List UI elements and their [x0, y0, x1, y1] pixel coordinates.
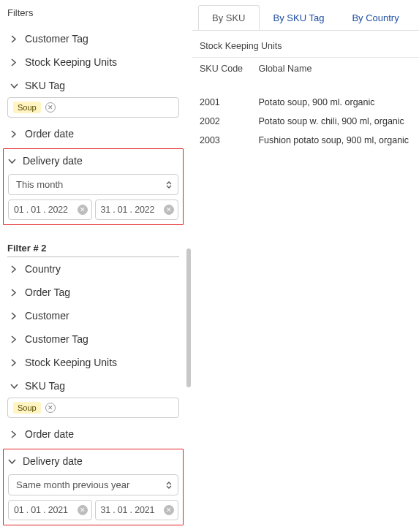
filter-customer-tag-2[interactable]: Customer Tag — [7, 327, 179, 351]
tab-by-sku[interactable]: By SKU — [198, 5, 260, 31]
delivery-date-highlight-2: Delivery date Same month previous year 0… — [3, 449, 184, 525]
filters-title: Filters — [7, 7, 179, 18]
sku-tag-input-2[interactable]: Soup ✕ — [7, 398, 179, 418]
date-from-input-2[interactable]: 01 . 01 . 2021 ✕ — [8, 500, 92, 520]
chevron-down-icon — [10, 383, 20, 390]
filter-country[interactable]: Country — [7, 257, 179, 281]
table-row[interactable]: 2001 Potato soup, 900 ml. organic — [192, 93, 419, 112]
filter-label: Delivery date — [23, 455, 83, 467]
tabs-bar: By SKU By SKU Tag By Country By — [192, 4, 419, 31]
tag-chip-soup[interactable]: Soup — [13, 102, 41, 113]
tab-by-country[interactable]: By Country — [338, 5, 412, 31]
chevron-right-icon — [10, 430, 20, 438]
scroll-thumb[interactable] — [186, 248, 191, 387]
cell-name: Potato soup w. chili, 900 ml, organic — [251, 112, 419, 131]
filters-sidebar: Filters Customer Tag Stock Keeping Units… — [0, 0, 186, 532]
filter-label: Stock Keeping Units — [25, 56, 117, 68]
date-range-pair-2: 01 . 01 . 2021 ✕ 31 . 01 . 2021 ✕ — [8, 500, 178, 520]
chevron-right-icon — [10, 289, 20, 297]
date-value: 31 . 01 . 2022 — [101, 205, 155, 215]
chevron-down-icon — [8, 158, 18, 164]
filter-section-2-header: Filter # 2 — [7, 243, 179, 257]
date-to-input[interactable]: 31 . 01 . 2022 ✕ — [95, 200, 179, 220]
filter-label: Customer Tag — [25, 33, 88, 45]
filter-delivery-date[interactable]: Delivery date — [8, 149, 178, 172]
sidebar-scrollbar[interactable] — [186, 0, 192, 532]
chevron-down-icon — [10, 83, 20, 89]
delivery-preset-select[interactable]: This month — [8, 174, 178, 195]
filter-order-tag[interactable]: Order Tag — [7, 281, 179, 304]
table-header-row: SKU Code Global Name — [192, 58, 419, 94]
filter-label: Customer — [25, 310, 69, 322]
date-to-input-2[interactable]: 31 . 01 . 2021 ✕ — [95, 500, 179, 520]
filter-label: Customer Tag — [25, 333, 88, 345]
delivery-date-highlight: Delivery date This month 01 . 01 . 2022 … — [3, 148, 184, 225]
cell-name: Potato soup, 900 ml. organic — [251, 93, 419, 112]
filter-sku[interactable]: Stock Keeping Units — [7, 50, 179, 74]
chevron-right-icon — [10, 35, 20, 43]
select-caret-icon — [166, 181, 172, 189]
table-title: Stock Keeping Units — [192, 31, 419, 57]
date-range-pair: 01 . 01 . 2022 ✕ 31 . 01 . 2022 ✕ — [8, 200, 178, 220]
col-sku-code[interactable]: SKU Code — [192, 58, 251, 94]
date-value: 01 . 01 . 2021 — [14, 505, 68, 515]
main-panel: By SKU By SKU Tag By Country By Stock Ke… — [192, 0, 419, 532]
chevron-right-icon — [10, 359, 20, 367]
select-value: This month — [16, 179, 63, 190]
filter-delivery-date-2[interactable]: Delivery date — [8, 449, 178, 473]
filter-label: Order date — [25, 128, 74, 140]
date-value: 01 . 01 . 2022 — [14, 205, 68, 215]
cell-code: 2003 — [192, 131, 251, 150]
clear-icon[interactable]: ✕ — [45, 102, 56, 113]
filter-customer-tag[interactable]: Customer Tag — [7, 27, 179, 50]
clear-icon[interactable]: ✕ — [45, 403, 56, 413]
cell-code: 2002 — [192, 112, 251, 131]
filter-order-date[interactable]: Order date — [7, 122, 179, 145]
filter-label: SKU Tag — [25, 80, 65, 91]
clear-icon[interactable]: ✕ — [164, 205, 174, 215]
select-caret-icon — [166, 482, 172, 489]
filter-label: Country — [25, 263, 61, 275]
sku-table: SKU Code Global Name 2001 Potato soup, 9… — [192, 57, 419, 150]
cell-code: 2001 — [192, 93, 251, 112]
clear-icon[interactable]: ✕ — [78, 205, 88, 215]
tab-by-sku-tag[interactable]: By SKU Tag — [260, 5, 339, 31]
filter-sku-2[interactable]: Stock Keeping Units — [7, 351, 179, 374]
chevron-right-icon — [10, 265, 20, 273]
cell-name: Fushion potato soup, 900 ml, organic — [251, 131, 419, 150]
clear-icon[interactable]: ✕ — [78, 505, 88, 515]
filter-customer[interactable]: Customer — [7, 304, 179, 327]
table-row[interactable]: 2002 Potato soup w. chili, 900 ml, organ… — [192, 112, 419, 131]
filter-label: Stock Keeping Units — [25, 357, 117, 368]
select-value: Same month previous year — [16, 479, 129, 490]
filter-label: SKU Tag — [25, 380, 65, 392]
table-row[interactable]: 2003 Fushion potato soup, 900 ml, organi… — [192, 131, 419, 150]
chevron-right-icon — [10, 335, 20, 343]
date-from-input[interactable]: 01 . 01 . 2022 ✕ — [8, 200, 92, 220]
date-value: 31 . 01 . 2021 — [101, 505, 155, 515]
chevron-down-icon — [8, 458, 18, 465]
filter-sku-tag-2[interactable]: SKU Tag — [7, 374, 179, 398]
sku-tag-input[interactable]: Soup ✕ — [7, 97, 179, 118]
chevron-right-icon — [10, 58, 20, 66]
tab-by-cutoff[interactable]: By — [413, 5, 419, 31]
col-global-name[interactable]: Global Name — [251, 58, 419, 94]
tag-chip-soup-2[interactable]: Soup — [13, 402, 41, 414]
filter-label: Order date — [25, 428, 74, 440]
delivery-preset-select-2[interactable]: Same month previous year — [8, 474, 178, 495]
filter-label: Order Tag — [25, 286, 70, 298]
filter-sku-tag[interactable]: SKU Tag — [7, 74, 179, 97]
filter-order-date-2[interactable]: Order date — [7, 422, 179, 446]
chevron-right-icon — [10, 312, 20, 320]
clear-icon[interactable]: ✕ — [164, 505, 174, 515]
chevron-right-icon — [10, 130, 20, 138]
filter-label: Delivery date — [23, 155, 83, 167]
